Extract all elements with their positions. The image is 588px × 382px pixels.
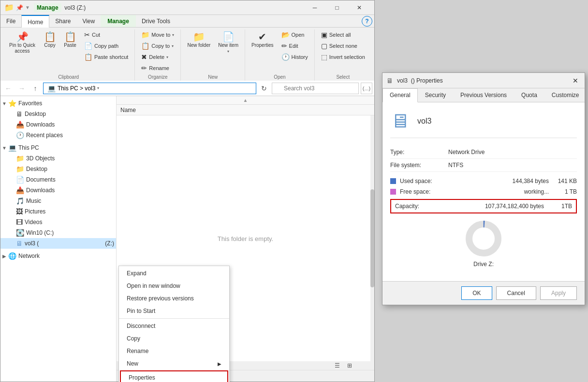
refresh-button[interactable]: ↻ — [258, 83, 270, 94]
address-path[interactable]: 💻 This PC > vol3 ▾ — [43, 83, 256, 94]
delete-button[interactable]: ✖ Delete ▾ — [138, 52, 177, 62]
thispc-icon: 💻 — [8, 144, 16, 152]
paste-shortcut-button[interactable]: 📋 Paste shortcut — [81, 52, 132, 62]
capacity-label: Capacity: — [395, 203, 443, 210]
ctx-disconnect[interactable]: Disconnect — [119, 320, 229, 332]
maximize-button[interactable]: □ — [326, 0, 348, 15]
copy-button[interactable]: 📋 Copy — [40, 29, 59, 51]
ctx-copy[interactable]: Copy — [119, 332, 229, 345]
dialog-close-button[interactable]: ✕ — [570, 75, 581, 86]
minimize-button[interactable]: ─ — [304, 0, 326, 15]
details-view-button[interactable]: ☰ — [332, 360, 342, 371]
cancel-button[interactable]: Cancel — [496, 286, 536, 300]
scroll-thumb[interactable] — [370, 189, 374, 288]
ctx-properties[interactable]: Properties — [120, 370, 228, 382]
sidebar-item-win10[interactable]: 💽 Win10 (C:) — [0, 227, 116, 238]
search-expand-button[interactable]: (...) — [361, 83, 372, 94]
sidebar-item-thispc[interactable]: ▼ 💻 This PC — [0, 142, 116, 153]
ctx-rename[interactable]: Rename — [119, 345, 229, 357]
open-button[interactable]: 📂 Open — [278, 29, 311, 40]
scroll-up-indicator: ▲ — [117, 96, 374, 105]
tab-security[interactable]: Security — [418, 88, 453, 102]
ctx-pin-start[interactable]: Pin to Start — [119, 305, 229, 317]
tab-previous-versions[interactable]: Previous Versions — [453, 88, 514, 102]
forward-button[interactable]: → — [16, 83, 28, 94]
organize-items: 📁 Move to ▾ 📋 Copy to ▾ ✖ Delete ▾ — [138, 29, 177, 73]
organize-small-group: 📁 Move to ▾ 📋 Copy to ▾ ✖ Delete ▾ — [138, 29, 177, 73]
paste-button[interactable]: 📋 Paste — [60, 29, 80, 51]
scroll-track[interactable] — [370, 115, 374, 361]
path-computer-icon: 💻 — [47, 85, 56, 92]
large-icons-view-button[interactable]: ⊞ — [344, 360, 355, 371]
free-space-row: Free space: working... 1 TB — [390, 186, 577, 197]
new-item-button[interactable]: 📄 New item ▾ — [215, 29, 242, 56]
ctx-expand[interactable]: Expand — [119, 267, 229, 280]
address-bar: ← → ↑ 💻 This PC > vol3 ▾ ↻ 🔍 (...) — [0, 81, 374, 96]
select-none-button[interactable]: ▢ Select none — [318, 41, 368, 51]
ctx-new[interactable]: New ▶ — [119, 357, 229, 370]
ctx-open-new-window[interactable]: Open in new window — [119, 280, 229, 292]
tab-file[interactable]: File — [0, 15, 21, 27]
ctx-new-arrow: ▶ — [218, 361, 221, 367]
tab-general[interactable]: General — [382, 88, 418, 102]
cut-icon: ✂ — [84, 31, 90, 39]
documents-icon: 📄 — [16, 176, 24, 184]
ok-button[interactable]: OK — [461, 286, 492, 300]
vol3-arrow — [8, 241, 16, 246]
rename-button[interactable]: ✏ Rename — [138, 63, 177, 73]
copy-path-button[interactable]: 📄 Copy path — [81, 41, 132, 51]
thispc-arrow: ▼ — [0, 145, 8, 151]
tab-quota[interactable]: Quota — [514, 88, 544, 102]
history-button[interactable]: 🕐 History — [278, 52, 311, 62]
used-space-color — [390, 178, 396, 184]
close-button[interactable]: ✕ — [348, 0, 370, 15]
sidebar-item-recent[interactable]: 🕐 Recent places — [0, 130, 116, 141]
used-space-bytes: 144,384 bytes — [448, 178, 553, 184]
sidebar-item-3dobjects[interactable]: 📁 3D Objects — [0, 153, 116, 164]
tab-share[interactable]: Share — [49, 15, 76, 27]
up-button[interactable]: ↑ — [29, 83, 41, 94]
pin-icon: 📌 — [16, 32, 29, 42]
select-all-button[interactable]: ▣ Select all — [318, 29, 368, 40]
vol3-icon: 🖥 — [16, 240, 23, 247]
back-button[interactable]: ← — [2, 83, 14, 94]
drive-big-icon: 🖥 — [390, 110, 410, 132]
sidebar-item-network[interactable]: ▶ 🌐 Network — [0, 251, 116, 261]
open-label: Open — [248, 73, 311, 81]
sidebar-item-music[interactable]: 🎵 Music — [0, 196, 116, 206]
name-sort-col[interactable]: Name — [120, 107, 136, 113]
sidebar-item-desktop[interactable]: 🖥 Desktop — [0, 109, 116, 119]
help-button[interactable]: ? — [362, 16, 372, 27]
manage-tab-title[interactable]: Manage — [34, 3, 61, 12]
cut-button[interactable]: ✂ Cut — [81, 29, 132, 40]
tab-drive-tools[interactable]: Drive Tools — [136, 15, 176, 27]
sidebar-item-documents[interactable]: 📄 Documents — [0, 174, 116, 185]
new-folder-button[interactable]: 📁 New folder — [184, 29, 214, 51]
free-space-bytes: working... — [448, 188, 553, 195]
search-input[interactable] — [272, 83, 359, 94]
sidebar-item-downloads[interactable]: 📥 Downloads — [0, 119, 116, 130]
fs-row: File system: NTFS — [390, 159, 577, 172]
pin-to-quick-access-button[interactable]: 📌 Pin to Quick access — [5, 29, 39, 57]
sidebar-item-favorites[interactable]: ▼ ⭐ Favorites — [0, 98, 116, 109]
invert-selection-button[interactable]: ⬚ Invert selection — [318, 52, 368, 62]
apply-button[interactable]: Apply — [540, 286, 577, 300]
tab-view[interactable]: View — [76, 15, 101, 27]
copy-icon: 📋 — [44, 32, 56, 42]
open-group: ✔ Properties 📂 Open ✏ Edit 🕐 — [245, 29, 315, 81]
move-to-button[interactable]: 📁 Move to ▾ — [138, 29, 177, 40]
delete-icon: ✖ — [141, 53, 147, 61]
sidebar-item-videos[interactable]: 🎞 Videos — [0, 217, 116, 227]
copy-to-button[interactable]: 📋 Copy to ▾ — [138, 41, 177, 51]
recent-arrow — [8, 133, 16, 138]
edit-button[interactable]: ✏ Edit — [278, 41, 311, 51]
sidebar-item-pictures[interactable]: 🖼 Pictures — [0, 206, 116, 217]
properties-ribbon-button[interactable]: ✔ Properties — [248, 29, 277, 51]
tab-manage[interactable]: Manage — [101, 15, 136, 27]
sidebar-item-pcdownloads[interactable]: 📥 Downloads — [0, 185, 116, 196]
ctx-restore-versions[interactable]: Restore previous versions — [119, 292, 229, 305]
tab-customize[interactable]: Customize — [544, 88, 587, 102]
tab-home[interactable]: Home — [21, 15, 49, 28]
sidebar-item-pcdesktop[interactable]: 📁 Desktop — [0, 164, 116, 174]
sidebar-item-vol3[interactable]: 🖥 vol3 ( (Z:) — [0, 238, 116, 249]
